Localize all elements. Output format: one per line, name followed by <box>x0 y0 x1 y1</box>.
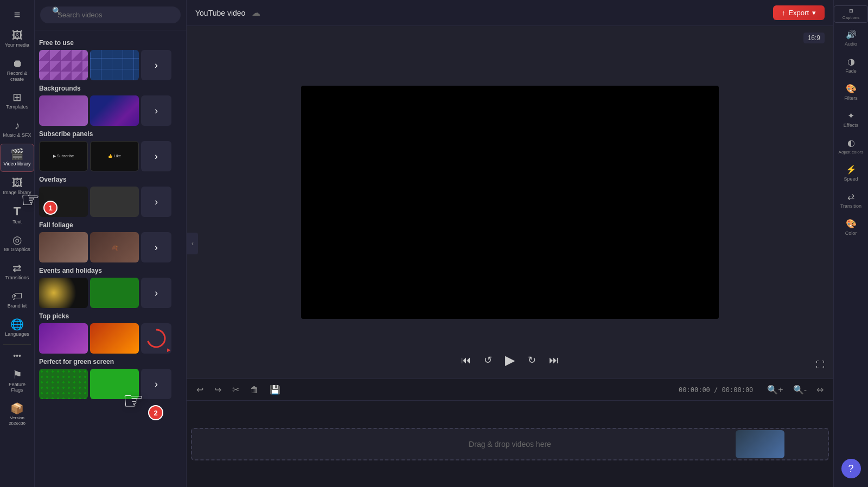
sidebar-item-feature-flags[interactable]: ⚑ Feature Flags <box>0 365 34 398</box>
right-item-speed[interactable]: ⚡ Speed <box>834 160 868 186</box>
redo-button[interactable]: ↪ <box>211 382 225 397</box>
undo-button[interactable]: ↩ <box>193 382 207 397</box>
sidebar-item-transitions[interactable]: ⇄ Transitions <box>0 258 34 285</box>
right-item-effects[interactable]: ✦ Effects <box>834 106 868 132</box>
zoom-in-button[interactable]: 🔍+ <box>764 382 786 397</box>
right-item-fade[interactable]: ◑ Fade <box>834 52 868 78</box>
adjust-colors-icon: ◐ <box>847 138 855 148</box>
right-item-adjust-colors[interactable]: ◐ Adjust colors <box>834 133 868 159</box>
current-time: 00:00:00 <box>679 386 710 394</box>
skip-forward-button[interactable]: ⏭ <box>547 353 561 368</box>
sidebar-item-images[interactable]: 🖼 Image library <box>0 173 34 200</box>
sidebar-item-text[interactable]: T Text <box>0 201 34 229</box>
thumb-overlay1[interactable] <box>39 187 88 217</box>
sidebar-item-brand-kit[interactable]: 🏷 Brand kit <box>0 286 34 313</box>
export-button[interactable]: ↑ Export ▾ <box>773 5 825 20</box>
thumb-fall2[interactable]: 🍂 <box>90 232 139 262</box>
save-frame-button[interactable]: 💾 <box>266 382 284 397</box>
play-button[interactable]: ▶ <box>503 350 517 370</box>
svg-point-0 <box>148 330 165 347</box>
total-time: 00:00:00 <box>722 386 754 394</box>
thumb-blue-grid[interactable] <box>90 50 139 80</box>
fade-icon: ◑ <box>847 56 855 67</box>
search-icon: 🔍 <box>52 7 61 15</box>
speed-icon: ⚡ <box>846 164 857 175</box>
timeline-content: Drag & drop videos here <box>187 401 833 487</box>
thumb-subscribe2[interactable]: 👍 Like <box>90 141 139 171</box>
section-title-fall: Fall foliage <box>39 221 182 229</box>
thumb-fall1[interactable] <box>39 232 88 262</box>
sidebar-label-music: Music & SFX <box>3 132 31 138</box>
thumb-more-green-screen[interactable]: › <box>141 369 171 399</box>
timeline-toolbar: ↩ ↪ ✂ 🗑 💾 00:00:00 / 00:00:00 🔍+ 🔍- ⇔ <box>187 379 833 401</box>
graphics-icon: ◎ <box>12 234 22 245</box>
cut-button[interactable]: ✂ <box>229 382 242 397</box>
thumb-blue-wave[interactable] <box>90 95 139 126</box>
collapse-panel-button[interactable]: ‹ <box>187 233 198 254</box>
sidebar-item-video-library[interactable]: 🎬 Video library <box>0 144 34 172</box>
right-item-audio[interactable]: 🔊 Audio <box>834 25 868 51</box>
templates-icon: ⊞ <box>12 92 22 102</box>
transitions-icon: ⇄ <box>12 262 22 273</box>
right-item-color[interactable]: 🎨 Color <box>834 214 868 240</box>
thumb-more-events[interactable]: › <box>141 278 171 308</box>
right-item-captions[interactable]: ⊟ Captions <box>834 5 868 23</box>
time-separator: / <box>714 386 722 394</box>
timeline-track[interactable]: Drag & drop videos here <box>191 428 829 460</box>
forward-button[interactable]: ↻ <box>526 352 538 368</box>
section-title-free: Free to use <box>39 39 182 47</box>
sidebar-item-languages[interactable]: 🌐 Languages <box>0 315 34 342</box>
thumb-green1[interactable] <box>39 369 88 399</box>
thumb-top1[interactable] <box>39 323 88 354</box>
sidebar-item-menu[interactable]: ≡ <box>0 5 34 24</box>
section-green-screen-row: › <box>39 369 182 399</box>
sidebar-item-version[interactable]: 📦 Version 2b2ecd6 <box>0 399 34 430</box>
thumb-purple2[interactable] <box>39 95 88 126</box>
help-button[interactable]: ? <box>841 459 861 478</box>
aspect-ratio-badge[interactable]: 16:9 <box>803 33 825 43</box>
images-icon: 🖼 <box>12 177 23 188</box>
sidebar-item-record[interactable]: ⏺ Record & create <box>0 54 34 87</box>
zoom-out-button[interactable]: 🔍- <box>790 382 810 397</box>
sidebar-item-more[interactable]: ••• <box>0 348 34 364</box>
sidebar-item-graphics[interactable]: ◎ 88 Graphics <box>0 230 34 257</box>
thumb-more-overlays[interactable]: › <box>141 187 171 217</box>
fullscreen-button[interactable]: ⛶ <box>816 360 825 370</box>
thumb-green2[interactable] <box>90 369 139 399</box>
sidebar-item-music[interactable]: ♪ Music & SFX <box>0 116 34 143</box>
thumb-top2[interactable] <box>90 323 139 354</box>
thumb-more-subscribe[interactable]: › <box>141 141 171 171</box>
fit-timeline-button[interactable]: ⇔ <box>813 382 827 397</box>
thumb-events1[interactable] <box>39 278 88 308</box>
sidebar-divider <box>3 344 30 345</box>
thumb-more-backgrounds[interactable]: › <box>141 95 171 126</box>
right-item-filters[interactable]: 🎨 Filters <box>834 79 868 105</box>
sidebar-label-templates: Templates <box>6 104 28 110</box>
sidebar-item-your-media[interactable]: 🖼 Your media <box>0 25 34 53</box>
thumb-more-fall[interactable]: › <box>141 232 171 262</box>
thumb-more-free[interactable]: › <box>141 50 171 80</box>
rewind-button[interactable]: ↺ <box>482 352 494 368</box>
section-events-row: › <box>39 278 182 308</box>
speed-label: Speed <box>844 176 858 182</box>
right-item-transition[interactable]: ⇄ Transition <box>834 187 868 213</box>
delete-button[interactable]: 🗑 <box>247 383 262 397</box>
export-label: Export <box>788 9 809 17</box>
sidebar-label-transitions: Transitions <box>5 275 29 281</box>
sidebar-item-templates[interactable]: ⊞ Templates <box>0 87 34 114</box>
thumb-more-top-picks[interactable]: ▶ <box>141 323 171 354</box>
circular-progress <box>145 328 167 349</box>
thumb-events2[interactable] <box>90 278 139 308</box>
video-list: Free to use › Backgrounds › Subscribe pa… <box>35 30 186 487</box>
section-overlays-row: › <box>39 187 182 217</box>
thumb-purple-checker[interactable] <box>39 50 88 80</box>
sidebar-label-your-media: Your media <box>5 42 29 48</box>
timeline-clip[interactable] <box>736 430 784 458</box>
thumb-subscribe1[interactable]: ▶ Subscribe <box>39 141 88 171</box>
section-title-overlays: Overlays <box>39 176 182 183</box>
skip-back-button[interactable]: ⏮ <box>459 353 473 368</box>
section-fall-row: 🍂 › <box>39 232 182 262</box>
zoom-controls: 🔍+ 🔍- ⇔ <box>764 382 827 397</box>
section-top-picks-row: ▶ <box>39 323 182 354</box>
thumb-overlay2[interactable] <box>90 187 139 217</box>
